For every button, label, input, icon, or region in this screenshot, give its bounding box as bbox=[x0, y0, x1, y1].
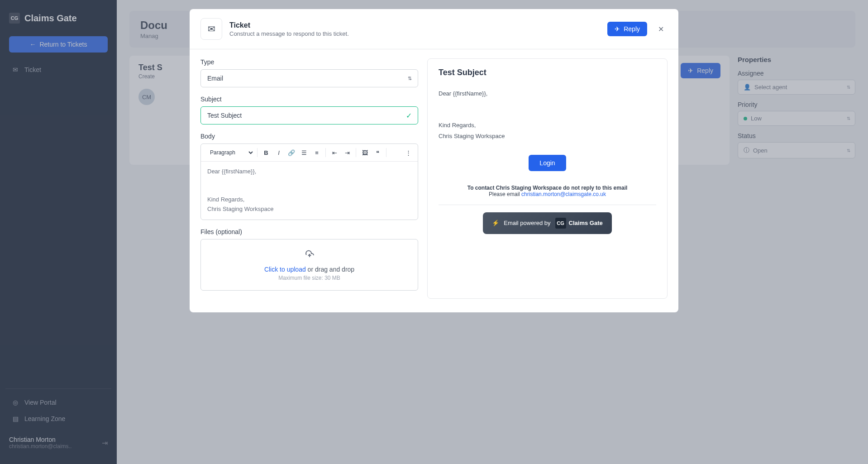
files-label: Files (optional) bbox=[200, 228, 418, 235]
notice-email[interactable]: christian.morton@claimsgate.co.uk bbox=[521, 191, 606, 197]
powered-badge: ⚡ Email powered by CG Claims Gate bbox=[483, 212, 611, 234]
bolt-icon: ⚡ bbox=[492, 220, 499, 226]
image-icon[interactable]: 🖼 bbox=[359, 147, 371, 158]
envelope-icon: ✉ bbox=[200, 18, 222, 40]
bold-icon[interactable]: B bbox=[260, 147, 272, 158]
link-icon[interactable]: 🔗 bbox=[286, 147, 297, 158]
reply-label: Reply bbox=[624, 25, 640, 33]
italic-icon[interactable]: I bbox=[273, 147, 285, 158]
logo-badge-icon: CG bbox=[555, 218, 566, 229]
preview-footer: ⚡ Email powered by CG Claims Gate bbox=[439, 205, 656, 234]
divider bbox=[386, 148, 386, 157]
check-icon: ✓ bbox=[406, 111, 412, 120]
preview-signoff: Chris Staging Workspace bbox=[439, 131, 656, 141]
preview-title: Test Subject bbox=[439, 68, 656, 77]
format-select[interactable]: Paragraph bbox=[205, 147, 254, 158]
type-select[interactable]: Email bbox=[200, 69, 418, 87]
upload-rest: or drag and drop bbox=[306, 266, 354, 273]
preview-notice: To contact Chris Staging Workspace do no… bbox=[439, 185, 656, 197]
body-label: Body bbox=[200, 133, 418, 140]
preview-greeting: Dear {{firstName}}, bbox=[439, 88, 656, 99]
subject-label: Subject bbox=[200, 96, 418, 103]
login-button[interactable]: Login bbox=[529, 155, 566, 171]
subject-input[interactable] bbox=[200, 106, 418, 124]
divider bbox=[356, 148, 356, 157]
rich-text-editor: Paragraph B I 🔗 ☰ ≡ ⇤ ⇥ 🖼 bbox=[200, 144, 418, 220]
body-line: Dear {{firstName}}, bbox=[207, 167, 411, 177]
divider bbox=[257, 148, 258, 157]
preview-column: Test Subject Dear {{firstName}}, Kind Re… bbox=[427, 58, 668, 299]
paper-plane-icon: ✈ bbox=[615, 25, 620, 33]
editor-toolbar: Paragraph B I 🔗 ☰ ≡ ⇤ ⇥ 🖼 bbox=[201, 144, 418, 162]
modal-reply-button[interactable]: ✈ Reply bbox=[607, 22, 647, 36]
numbered-list-icon[interactable]: ≡ bbox=[311, 147, 323, 158]
close-icon[interactable]: ✕ bbox=[654, 23, 668, 35]
divider bbox=[325, 148, 326, 157]
upload-hint: Maximum file size: 30 MB bbox=[210, 275, 409, 281]
bullet-list-icon[interactable]: ☰ bbox=[298, 147, 310, 158]
reply-modal: ✉ Ticket Construct a message to respond … bbox=[190, 9, 678, 312]
file-dropzone[interactable]: Click to upload or drag and drop Maximum… bbox=[200, 239, 418, 291]
outdent-icon[interactable]: ⇤ bbox=[329, 147, 340, 158]
notice-bold: To contact Chris Staging Workspace do no… bbox=[467, 185, 628, 191]
editor-content[interactable]: Dear {{firstName}}, Kind Regards, Chris … bbox=[201, 162, 418, 220]
modal-header: ✉ Ticket Construct a message to respond … bbox=[190, 9, 678, 49]
powered-text: Email powered by bbox=[504, 220, 550, 226]
indent-icon[interactable]: ⇥ bbox=[341, 147, 353, 158]
type-label: Type bbox=[200, 58, 418, 66]
more-icon[interactable]: ⋮ bbox=[402, 147, 414, 158]
modal-overlay: ✉ Ticket Construct a message to respond … bbox=[0, 0, 868, 464]
body-line: Kind Regards, bbox=[207, 195, 411, 205]
modal-title: Ticket bbox=[229, 21, 600, 29]
upload-cloud-icon bbox=[304, 249, 315, 259]
notice-prefix: Please email bbox=[489, 191, 521, 197]
upload-link[interactable]: Click to upload bbox=[264, 266, 306, 273]
body-line: Chris Staging Workspace bbox=[207, 205, 411, 214]
quote-icon[interactable]: ❝ bbox=[372, 147, 383, 158]
preview-signoff: Kind Regards, bbox=[439, 120, 656, 130]
modal-subtitle: Construct a message to respond to this t… bbox=[229, 30, 600, 37]
form-column: Type Email Subject ✓ bbox=[200, 58, 418, 299]
powered-brand: Claims Gate bbox=[569, 220, 603, 226]
